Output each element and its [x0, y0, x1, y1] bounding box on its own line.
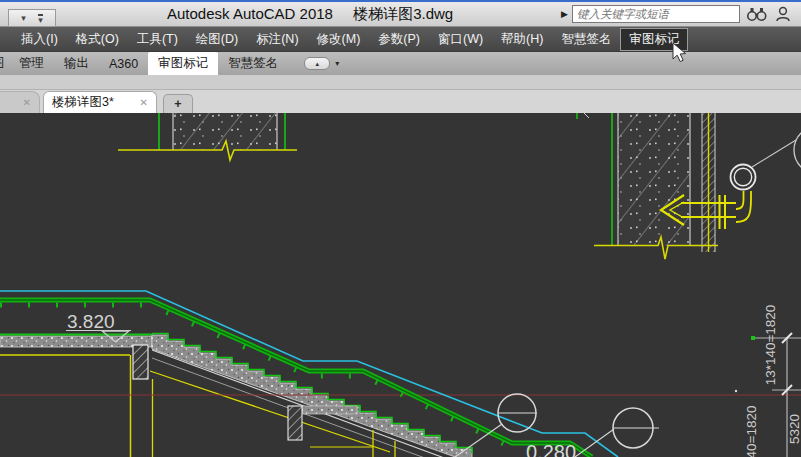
- ribbon-tab-output[interactable]: 输出: [54, 52, 99, 75]
- signin-user-icon[interactable]: [776, 6, 790, 22]
- ribbon-tab-smart-signature[interactable]: 智慧签名: [218, 52, 288, 75]
- file-tab-bar: ✕ 楼梯详图3* ✕ +: [0, 90, 801, 113]
- title-bar: ▾ ▾ Autodesk AutoCAD 2018 楼梯详图3.dwg ▶: [0, 0, 801, 27]
- hatched-column-a: [133, 345, 148, 379]
- plus-icon: +: [174, 97, 181, 111]
- dim-text-flight-lower: 40=1820: [744, 406, 759, 457]
- hatched-column-b: [288, 406, 302, 440]
- menu-draw[interactable]: 绘图(D): [187, 28, 247, 51]
- close-icon[interactable]: ✕: [23, 97, 31, 108]
- ribbon-collapse-caret-icon[interactable]: ▾: [335, 59, 339, 68]
- file-tab-active[interactable]: 楼梯详图3* ✕: [43, 91, 157, 113]
- mouse-cursor-icon: [672, 42, 688, 64]
- close-icon[interactable]: ✕: [140, 97, 148, 108]
- dim-text-flight: 13*140=1820: [763, 305, 778, 386]
- ribbon-tab-partial[interactable]: 图: [0, 52, 9, 75]
- ribbon-collapsed-strip: [0, 75, 801, 90]
- new-drawing-tab-button[interactable]: +: [163, 94, 193, 113]
- app-title: Autodesk AutoCAD 2018: [167, 5, 333, 22]
- ribbon-collapse-button[interactable]: ▴: [304, 57, 330, 70]
- document-title: 楼梯详图3.dwg: [353, 5, 453, 22]
- beam-soffit-band: [302, 406, 357, 414]
- menu-modify[interactable]: 修改(M): [308, 28, 370, 51]
- ribbon-tab-a360[interactable]: A360: [99, 52, 148, 75]
- menu-help[interactable]: 帮助(H): [492, 28, 552, 51]
- menu-insert[interactable]: 插入(I): [12, 28, 67, 51]
- file-tab-partial[interactable]: ✕: [0, 91, 40, 113]
- help-search-input[interactable]: [572, 5, 740, 23]
- infocenter-expand-icon[interactable]: ▶: [561, 9, 568, 19]
- qat-dropdown-icon[interactable]: ▾: [21, 13, 26, 23]
- window-top-accent: [0, 0, 801, 2]
- dim-text-total: 5320: [787, 414, 801, 444]
- menu-format[interactable]: 格式(O): [67, 28, 128, 51]
- drawing-canvas[interactable]: 13*140=1820 40=1820 5320 3.820 0.280: [0, 113, 801, 457]
- menu-smart-signature[interactable]: 智慧签名: [552, 28, 620, 51]
- landing-slab: [0, 336, 152, 347]
- menu-parametric[interactable]: 参数(P): [369, 28, 429, 51]
- menu-dimension[interactable]: 标注(N): [247, 28, 307, 51]
- menu-tools[interactable]: 工具(T): [128, 28, 187, 51]
- ribbon-tab-review-markup[interactable]: 审图标记: [148, 52, 218, 75]
- window-title: Autodesk AutoCAD 2018 楼梯详图3.dwg: [167, 5, 453, 24]
- quick-access-toolbar[interactable]: ▾ ▾: [8, 9, 56, 27]
- ribbon-tab-manage[interactable]: 管理: [9, 52, 54, 75]
- search-binoculars-icon[interactable]: [746, 7, 768, 22]
- elevation-upper-text: 3.820: [67, 311, 115, 332]
- file-tab-label: 楼梯详图3*: [52, 94, 114, 111]
- menu-window[interactable]: 窗口(W): [429, 28, 492, 51]
- elevation-lower-text: 0.280: [526, 441, 576, 457]
- autocad-window: ▾ ▾ Autodesk AutoCAD 2018 楼梯详图3.dwg ▶ 插入…: [0, 0, 801, 457]
- qat-overflow-icon[interactable]: ▾: [38, 14, 43, 23]
